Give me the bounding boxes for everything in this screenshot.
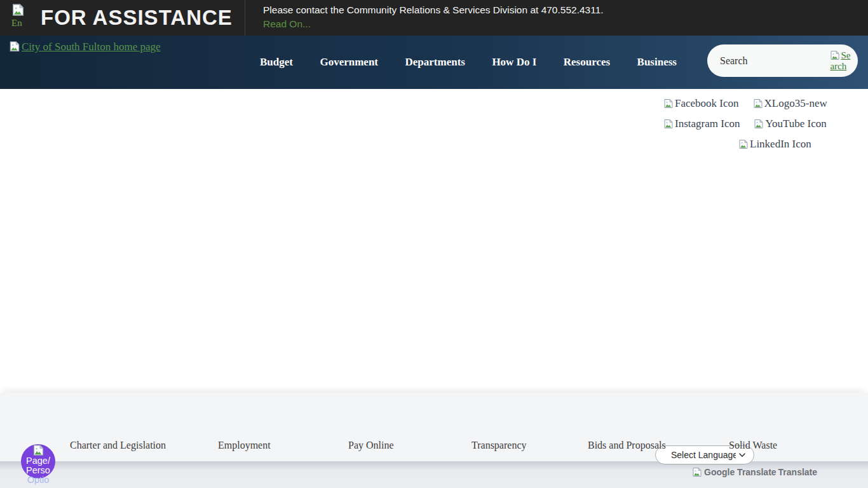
- nav-item-how-do-i[interactable]: How Do I: [492, 56, 536, 69]
- linkedin-icon: [738, 139, 749, 149]
- search-icon: [830, 50, 840, 60]
- footer-link-solid-waste[interactable]: Solid Waste: [729, 440, 777, 451]
- linkedin-alt-text: LinkedIn Icon: [750, 138, 811, 151]
- page-options-text-line: Perso: [21, 466, 55, 475]
- facebook-icon: [663, 98, 674, 109]
- instagram-icon: [663, 119, 674, 129]
- divider: [245, 0, 245, 36]
- home-logo-link[interactable]: City of South Fulton home page: [9, 41, 161, 53]
- youtube-alt-text: YouTube Icon: [765, 118, 826, 130]
- linkedin-link[interactable]: LinkedIn Icon: [738, 138, 811, 151]
- instagram-link[interactable]: Instagram Icon: [663, 118, 740, 130]
- nav-item-budget[interactable]: Budget: [260, 56, 293, 69]
- x-twitter-link[interactable]: XLogo35-new: [753, 97, 827, 110]
- page-options-icon: [32, 444, 44, 456]
- search-input[interactable]: [719, 55, 830, 67]
- page-options-text-line: Optio: [21, 475, 55, 485]
- search-button[interactable]: Search: [830, 50, 851, 72]
- nav-item-departments[interactable]: Departments: [405, 56, 465, 69]
- footer-link-bids-and-proposals[interactable]: Bids and Proposals: [588, 440, 666, 451]
- nav-menu: Budget Government Departments How Do I R…: [260, 36, 677, 89]
- assistance-bar: En FOR ASSISTANCE Please contact the Com…: [0, 0, 868, 36]
- alert-alt-text: En: [11, 18, 22, 28]
- google-translate-alt-text: Google Translate: [704, 467, 776, 477]
- footer-link-charter-and-legislation[interactable]: Charter and Legislation: [70, 440, 166, 451]
- alert-link[interactable]: En: [11, 3, 41, 29]
- page: En FOR ASSISTANCE Please contact the Com…: [0, 0, 868, 488]
- google-translate-link[interactable]: Google Translate Translate: [692, 467, 817, 477]
- youtube-icon: [754, 119, 764, 129]
- nav-item-business[interactable]: Business: [637, 56, 677, 69]
- broken-image-icon: [11, 3, 25, 17]
- google-translate-icon: [692, 467, 702, 477]
- home-logo-alt-text: City of South Fulton home page: [22, 41, 161, 53]
- footer-link-employment[interactable]: Employment: [218, 440, 271, 451]
- main-navbar: City of South Fulton home page Budget Go…: [0, 36, 868, 89]
- social-row: LinkedIn Icon: [738, 138, 811, 151]
- assistance-message: Please contact the Community Relations &…: [263, 4, 604, 16]
- x-logo-icon: [753, 98, 763, 109]
- page-options-text-line: Page/: [21, 456, 55, 466]
- facebook-alt-text: Facebook Icon: [675, 97, 739, 110]
- facebook-link[interactable]: Facebook Icon: [663, 97, 739, 110]
- page-options-button[interactable]: Page/ Perso Optio: [21, 444, 55, 485]
- nav-item-government[interactable]: Government: [320, 56, 378, 69]
- x-logo-alt-text: XLogo35-new: [764, 97, 827, 110]
- youtube-link[interactable]: YouTube Icon: [754, 118, 826, 130]
- translate-label: Translate: [778, 467, 817, 477]
- social-row: Facebook Icon XLogo35-new: [663, 97, 827, 110]
- assistance-title: FOR ASSISTANCE: [41, 0, 233, 36]
- read-on-link[interactable]: Read On...: [263, 18, 311, 30]
- footer-link-pay-online[interactable]: Pay Online: [348, 440, 394, 451]
- footer: Charter and Legislation Employment Pay O…: [0, 393, 868, 461]
- footer-link-transparency[interactable]: Transparency: [471, 440, 527, 451]
- broken-image-icon: [9, 41, 20, 52]
- nav-item-resources[interactable]: Resources: [564, 56, 610, 69]
- search-box: Search: [707, 44, 858, 77]
- social-row: Instagram Icon YouTube Icon: [663, 118, 827, 130]
- instagram-alt-text: Instagram Icon: [675, 118, 740, 130]
